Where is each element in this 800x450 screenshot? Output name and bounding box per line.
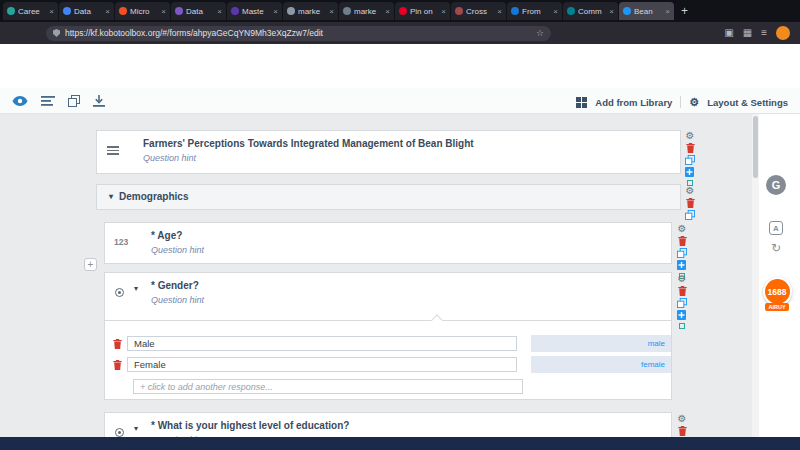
option-value-tag[interactable]: female — [531, 356, 671, 373]
duplicate-icon[interactable] — [685, 155, 695, 165]
delete-trash-icon[interactable] — [686, 143, 695, 153]
tab-favicon — [231, 7, 239, 15]
1688-extension-badge[interactable]: 1688 AIRUY — [761, 277, 793, 311]
badge-number[interactable]: 1688 — [763, 277, 792, 306]
tab-close-icon[interactable]: × — [497, 7, 502, 16]
tab-favicon — [511, 7, 519, 15]
browser-tab[interactable]: Caree× — [3, 2, 58, 20]
settings-gear-icon[interactable]: ⚙ — [678, 414, 687, 424]
tab-close-icon[interactable]: × — [553, 7, 558, 16]
grammarly-extension-icon[interactable]: G — [766, 175, 786, 195]
profile-avatar[interactable] — [776, 26, 790, 40]
tab-favicon — [623, 7, 631, 15]
question-card-education[interactable]: ▾ * What is your highest level of educat… — [104, 412, 672, 437]
browser-tab[interactable]: Micro× — [115, 2, 170, 20]
drag-handle-icon[interactable] — [107, 146, 119, 155]
delete-trash-icon[interactable] — [678, 426, 687, 436]
delete-trash-icon[interactable] — [678, 286, 687, 296]
scrollbar-thumb[interactable] — [753, 116, 758, 178]
import-download-icon[interactable] — [93, 95, 105, 107]
bookmark-star-icon[interactable]: ☆ — [536, 28, 544, 38]
question-label-text: * Gender? — [151, 280, 199, 291]
options-collapse-caret-icon[interactable]: ▾ — [134, 424, 138, 433]
add-to-library-icon[interactable] — [677, 310, 687, 320]
extensions-puzzle-icon[interactable]: ▦ — [743, 28, 752, 38]
formbuilder-canvas: Farmers' Perceptions Towards Integrated … — [0, 114, 752, 437]
browser-tab[interactable]: Comm× — [563, 2, 618, 20]
extension-icon[interactable]: ▣ — [724, 28, 733, 38]
clone-form-icon[interactable] — [68, 95, 80, 107]
card-action-icons: ⚙ — [684, 131, 696, 186]
screenshot-translate-icon[interactable]: A — [769, 221, 783, 235]
select-one-radio-icon — [115, 288, 124, 297]
settings-gear-icon[interactable]: ⚙ — [678, 224, 687, 234]
option-label-input[interactable]: Male — [127, 336, 517, 351]
add-to-library-icon[interactable] — [685, 167, 695, 177]
duplicate-icon[interactable] — [677, 248, 687, 258]
options-panel: Male male Female female + click to add a… — [104, 320, 672, 400]
browser-tab[interactable]: Data× — [171, 2, 226, 20]
browser-tab[interactable]: Data× — [59, 2, 114, 20]
group-collapse-caret-icon[interactable]: ▾ — [109, 192, 113, 201]
question-card-gender[interactable]: ▾ * Gender? Question hint — [104, 272, 672, 321]
history-refresh-icon[interactable]: ↻ — [769, 241, 783, 255]
group-card-demographics[interactable]: ▾Demographics — [96, 184, 681, 210]
add-to-library-icon[interactable] — [677, 260, 687, 270]
group-action-icons: ⚙ — [684, 186, 696, 220]
settings-gear-icon[interactable]: ⚙ — [678, 274, 687, 284]
preview-eye-icon[interactable] — [12, 95, 28, 107]
option-label-input[interactable]: Female — [127, 357, 517, 372]
tab-title: Comm — [578, 7, 606, 16]
delete-trash-icon[interactable] — [678, 236, 687, 246]
tab-close-icon[interactable]: × — [665, 7, 670, 16]
cascade-icon[interactable] — [679, 323, 685, 329]
tab-title: Cross — [466, 7, 494, 16]
duplicate-icon[interactable] — [677, 298, 687, 308]
tab-close-icon[interactable]: × — [273, 7, 278, 16]
question-label-text: * Age? — [151, 230, 182, 241]
add-from-library-button[interactable]: Add from Library — [595, 97, 672, 108]
browser-tab[interactable]: Pin on× — [395, 2, 450, 20]
tab-title: Caree — [18, 7, 46, 16]
browser-tab[interactable]: Maste× — [227, 2, 282, 20]
new-tab-button[interactable]: + — [681, 4, 688, 18]
delete-trash-icon[interactable] — [686, 198, 695, 208]
tab-close-icon[interactable]: × — [329, 7, 334, 16]
delete-option-icon[interactable] — [113, 360, 122, 370]
tab-close-icon[interactable]: × — [609, 7, 614, 16]
settings-gear-icon[interactable]: ⚙ — [686, 186, 695, 196]
tab-favicon — [455, 7, 463, 15]
browser-menu-icon[interactable]: ≡ — [761, 28, 767, 38]
url-field[interactable]: https://kf.kobotoolbox.org/#/forms/ahpya… — [46, 26, 551, 41]
tab-close-icon[interactable]: × — [217, 7, 222, 16]
number-type-icon: 123 — [114, 237, 128, 247]
options-collapse-caret-icon[interactable]: ▾ — [134, 284, 138, 293]
site-security-icon[interactable] — [53, 29, 60, 37]
tab-close-icon[interactable]: × — [385, 7, 390, 16]
browser-tab[interactable]: marke× — [283, 2, 338, 20]
question-label-text: * What is your highest level of educatio… — [151, 420, 349, 431]
duplicate-icon[interactable] — [685, 210, 695, 220]
browser-tab-active[interactable]: Bean× — [619, 2, 674, 20]
tab-close-icon[interactable]: × — [441, 7, 446, 16]
toolbar-separator — [680, 96, 681, 108]
add-question-button[interactable]: + — [84, 258, 97, 271]
page-right-margin — [752, 114, 800, 437]
url-text: https://kf.kobotoolbox.org/#/forms/ahpya… — [65, 28, 531, 38]
browser-tab[interactable]: marke× — [339, 2, 394, 20]
bottom-taskbar — [0, 437, 800, 450]
form-settings-icon[interactable] — [41, 95, 55, 107]
tab-close-icon[interactable]: × — [161, 7, 166, 16]
option-value-tag[interactable]: male — [531, 335, 671, 352]
delete-option-icon[interactable] — [113, 339, 122, 349]
form-title-card[interactable]: Farmers' Perceptions Towards Integrated … — [96, 130, 681, 174]
browser-tab[interactable]: Cross× — [451, 2, 506, 20]
tab-close-icon[interactable]: × — [49, 7, 54, 16]
tab-favicon — [7, 7, 15, 15]
layout-settings-button[interactable]: Layout & Settings — [707, 97, 788, 108]
question-card-age[interactable]: 123 * Age? Question hint — [104, 222, 672, 264]
add-option-input[interactable]: + click to add another response... — [133, 379, 523, 394]
settings-gear-icon[interactable]: ⚙ — [686, 131, 695, 141]
tab-close-icon[interactable]: × — [105, 7, 110, 16]
browser-tab[interactable]: From× — [507, 2, 562, 20]
